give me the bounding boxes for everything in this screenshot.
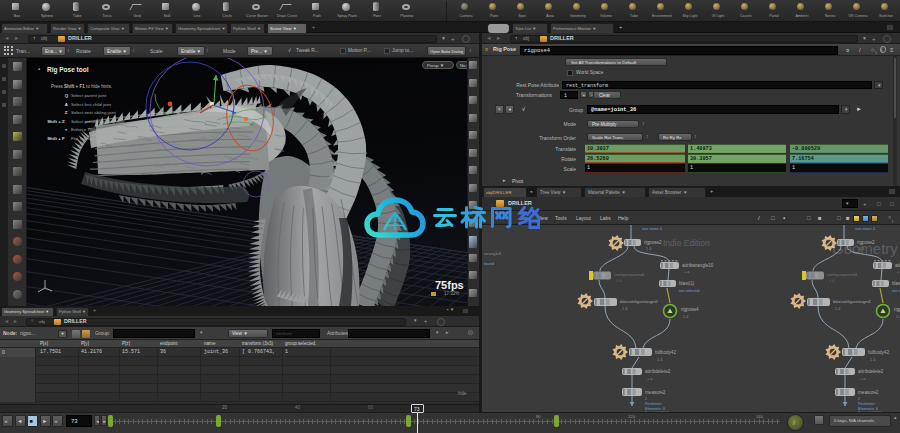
svg-text:measure2: measure2 <box>858 390 879 395</box>
svg-text:rigpose4: rigpose4 <box>681 307 699 312</box>
svg-text:see more 4: see more 4 <box>642 226 663 231</box>
svg-text:1 4: 1 4 <box>622 307 627 311</box>
svg-text:2: 2 <box>858 397 860 401</box>
svg-text:measure2: measure2 <box>645 390 666 395</box>
svg-text:fullbody42: fullbody42 <box>868 350 889 355</box>
svg-text:blast(1): blast(1) <box>679 281 695 286</box>
svg-text:bikeconfiguretarget2: bikeconfiguretarget2 <box>620 299 659 304</box>
svg-text:1 4: 1 4 <box>683 315 688 319</box>
svg-text:blast(1): blast(1) <box>892 281 900 286</box>
svg-text:attribwrangle10: attribwrangle10 <box>895 263 900 268</box>
svg-text:attribwrangle10: attribwrangle10 <box>682 263 714 268</box>
svg-text:2: 2 <box>645 397 647 401</box>
svg-text:Indie Edition: Indie Edition <box>663 238 710 248</box>
svg-text:rigpose2: rigpose2 <box>644 240 662 245</box>
svg-text:fullbody42: fullbody42 <box>655 350 676 355</box>
svg-text:1 4: 1 4 <box>859 247 864 251</box>
svg-text:not selected: not selected <box>892 289 900 293</box>
svg-text:wrangle8: wrangle8 <box>484 251 502 256</box>
svg-text:+ a: + a <box>860 377 866 381</box>
svg-text:attribdelete2: attribdelete2 <box>858 369 884 374</box>
svg-text:not selected: not selected <box>679 289 699 293</box>
svg-text:rigpose4: rigpose4 <box>894 307 900 312</box>
svg-text:found: found <box>484 261 494 266</box>
svg-text:configureparent4: configureparent4 <box>827 272 858 277</box>
svg-text:+ a: + a <box>684 270 690 274</box>
svg-text:attribdelete2: attribdelete2 <box>645 369 671 374</box>
svg-text:configureparent4: configureparent4 <box>614 272 645 277</box>
svg-text:1 4: 1 4 <box>835 307 840 311</box>
svg-text:1 4: 1 4 <box>870 358 875 362</box>
svg-text:rigpose2: rigpose2 <box>857 240 875 245</box>
svg-text:1 4: 1 4 <box>616 279 621 283</box>
svg-text:1 4: 1 4 <box>657 358 662 362</box>
svg-text:see more 4: see more 4 <box>855 226 876 231</box>
svg-text:1 4: 1 4 <box>896 315 900 319</box>
svg-text:1 4: 1 4 <box>646 247 651 251</box>
svg-text:1 4: 1 4 <box>829 279 834 283</box>
svg-text:bikeconfiguretarget2: bikeconfiguretarget2 <box>833 299 872 304</box>
svg-text:+ a: + a <box>647 377 653 381</box>
